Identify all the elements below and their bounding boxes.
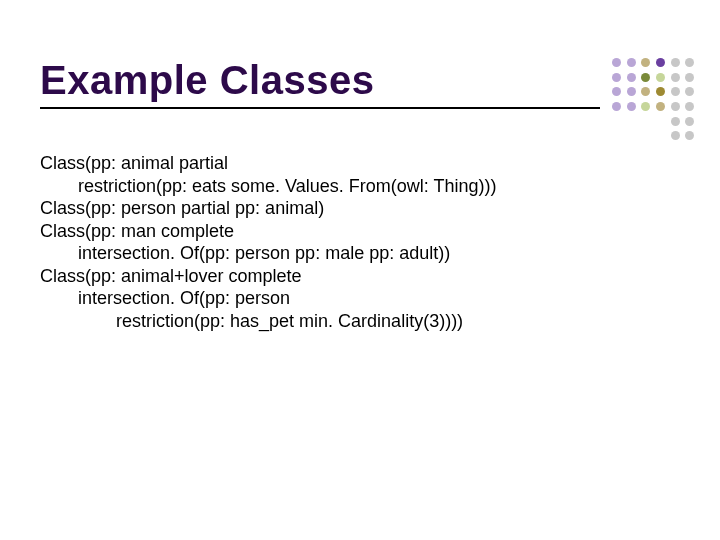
code-line: restriction(pp: has_pet min. Cardinality… [40,310,640,333]
slide-title: Example Classes [40,58,600,103]
code-line: Class(pp: animal+lover complete [40,265,640,288]
code-line: Class(pp: person partial pp: animal) [40,197,640,220]
slide: Example Classes Class(pp: animal partial… [0,0,720,540]
code-line: restriction(pp: eats some. Values. From(… [40,175,640,198]
slide-body: Class(pp: animal partial restriction(pp:… [40,152,640,332]
decorative-dot-grid [612,58,696,142]
code-line: intersection. Of(pp: person pp: male pp:… [40,242,640,265]
code-line: intersection. Of(pp: person [40,287,640,310]
title-underline: Example Classes [40,58,600,109]
code-line: Class(pp: man complete [40,220,640,243]
code-line: Class(pp: animal partial [40,152,640,175]
